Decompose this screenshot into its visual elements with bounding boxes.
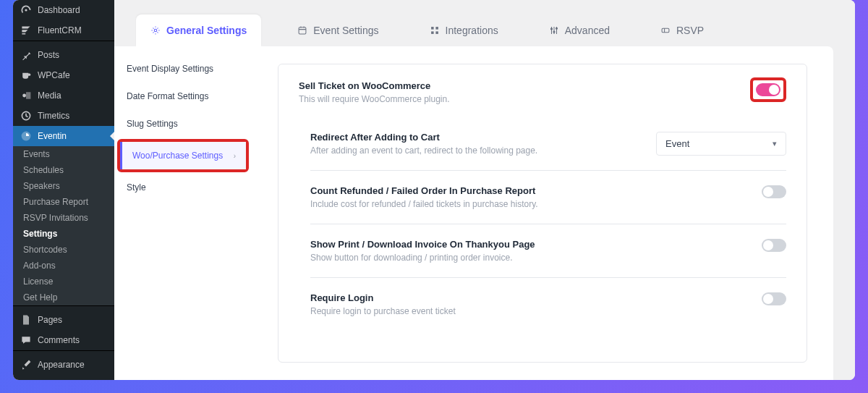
fluent-icon [20, 25, 32, 36]
highlight-box-toggle [750, 77, 786, 102]
chevron-down-icon: ▾ [773, 139, 777, 148]
clock-icon [20, 110, 32, 122]
sidebar-item-dashboard[interactable]: Dashboard [13, 0, 114, 20]
sidebar-item-eventin[interactable]: Eventin [13, 126, 114, 146]
brush-icon [20, 359, 32, 371]
sidebar-label: Pages [38, 315, 62, 325]
cafe-icon [20, 69, 32, 81]
chevron-right-icon: › [234, 152, 236, 160]
svg-point-4 [154, 29, 157, 32]
toggle-invoice[interactable] [762, 239, 786, 252]
subnav-style[interactable]: Style [114, 174, 252, 201]
sidebar-item-timetics[interactable]: Timetics [13, 106, 114, 126]
tab-general-settings[interactable]: General Settings [136, 14, 261, 46]
setting-refunded: Count Refunded / Failed Order In Purchas… [310, 170, 786, 224]
sidebar-label: FluentCRM [38, 25, 82, 35]
sidebar-label: Posts [38, 50, 59, 60]
settings-tabbar: General Settings Event Settings Integrat… [114, 0, 855, 46]
tab-integrations[interactable]: Integrations [415, 14, 513, 46]
sidebar-sub-get-help[interactable]: Get Help [13, 290, 114, 305]
setting-text: Require Login Require login to purchase … [310, 292, 456, 316]
app-window: Dashboard FluentCRM Posts WPCafe Media T… [13, 0, 855, 380]
sidebar-item-posts[interactable]: Posts [13, 45, 114, 65]
toggle-refunded[interactable] [762, 185, 786, 198]
sidebar-sub-license[interactable]: License [13, 274, 114, 290]
svg-rect-5 [299, 28, 306, 34]
sidebar-item-fluentcrm[interactable]: FluentCRM [13, 20, 114, 41]
svg-point-10 [550, 28, 552, 30]
setting-desc: Show button for downloading / printing o… [310, 253, 535, 263]
svg-rect-9 [435, 31, 438, 34]
tab-rsvp[interactable]: RSVP [646, 14, 718, 46]
tab-label: General Settings [166, 25, 247, 36]
sidebar-sub-events[interactable]: Events [13, 146, 114, 162]
setting-redirect: Redirect After Adding to Cart After addi… [310, 117, 786, 170]
setting-text: Redirect After Adding to Cart After addi… [310, 132, 537, 156]
gear-icon [150, 25, 161, 35]
sidebar-item-pages[interactable]: Pages [13, 310, 114, 330]
setting-text: Count Refunded / Failed Order In Purchas… [310, 185, 538, 209]
settings-panel: Sell Ticket on WooCommerce This will req… [278, 64, 807, 363]
eventin-icon [20, 130, 32, 142]
svg-rect-7 [435, 27, 438, 30]
setting-desc: Require login to purchase event ticket [310, 306, 456, 316]
sidebar-sub-purchase-report[interactable]: Purchase Report [13, 194, 114, 210]
setting-inner-group: Redirect After Adding to Cart After addi… [299, 117, 786, 331]
sidebar-sub-speakers[interactable]: Speakers [13, 178, 114, 194]
svg-point-11 [553, 31, 555, 33]
svg-point-0 [25, 9, 27, 11]
calendar-icon [297, 25, 307, 35]
grid-icon [430, 25, 440, 35]
select-redirect-page[interactable]: Event ▾ [656, 132, 786, 156]
tab-label: RSVP [676, 25, 704, 36]
toggle-sell-ticket[interactable] [756, 83, 780, 96]
gauge-icon [20, 4, 32, 16]
highlight-box-subnav: Woo/Purchase Settings › [117, 139, 249, 172]
svg-point-1 [22, 94, 26, 98]
setting-title: Require Login [310, 292, 456, 303]
sidebar-sub-rsvp-invitations[interactable]: RSVP Invitations [13, 210, 114, 226]
tab-label: Event Settings [313, 25, 378, 36]
svg-rect-8 [431, 31, 434, 34]
sidebar-item-comments[interactable]: Comments [13, 330, 114, 350]
subnav-date-format[interactable]: Date Format Settings [114, 83, 252, 110]
sidebar-label: WPCafe [38, 70, 70, 80]
setting-sell-ticket: Sell Ticket on WooCommerce This will req… [299, 80, 786, 117]
toggle-require-login[interactable] [762, 292, 786, 305]
setting-require-login: Require Login Require login to purchase … [310, 277, 786, 331]
subnav-slug-settings[interactable]: Slug Settings [114, 110, 252, 138]
sidebar-item-appearance[interactable]: Appearance [13, 355, 114, 375]
content-wrap: Event Display Settings Date Format Setti… [114, 46, 833, 380]
sliders-icon [549, 25, 559, 35]
sidebar-label: Timetics [38, 111, 69, 121]
subnav-event-display[interactable]: Event Display Settings [114, 55, 252, 83]
comment-icon [20, 334, 32, 346]
sidebar-sub-settings[interactable]: Settings [13, 226, 114, 242]
sidebar-sub-schedules[interactable]: Schedules [13, 162, 114, 178]
svg-rect-6 [431, 27, 434, 30]
tab-advanced[interactable]: Advanced [535, 14, 624, 46]
setting-text: Sell Ticket on WooCommerce This will req… [299, 80, 450, 104]
select-value: Event [665, 138, 689, 149]
media-icon [20, 90, 32, 101]
svg-rect-13 [662, 28, 669, 33]
sidebar-item-wpcafe[interactable]: WPCafe [13, 65, 114, 85]
subnav-label: Woo/Purchase Settings [132, 151, 223, 161]
setting-title: Sell Ticket on WooCommerce [299, 80, 450, 91]
sidebar-item-media[interactable]: Media [13, 85, 114, 106]
setting-desc: This will require WooCommerce plugin. [299, 94, 450, 104]
setting-title: Count Refunded / Failed Order In Purchas… [310, 185, 538, 196]
main-area: General Settings Event Settings Integrat… [114, 0, 855, 380]
tab-event-settings[interactable]: Event Settings [283, 14, 393, 46]
pin-icon [20, 49, 32, 61]
sidebar-sub-shortcodes[interactable]: Shortcodes [13, 242, 114, 258]
settings-subnav: Event Display Settings Date Format Setti… [114, 46, 252, 380]
sidebar-label: Eventin [38, 131, 67, 141]
sidebar-label: Appearance [38, 360, 85, 370]
subnav-woo-purchase[interactable]: Woo/Purchase Settings › [120, 142, 246, 169]
tab-label: Integrations [446, 25, 498, 36]
sidebar-label: Media [38, 90, 61, 101]
ticket-icon [660, 25, 671, 35]
sidebar-sub-addons[interactable]: Add-ons [13, 258, 114, 274]
setting-desc: After adding an event to cart, redirect … [310, 145, 537, 156]
